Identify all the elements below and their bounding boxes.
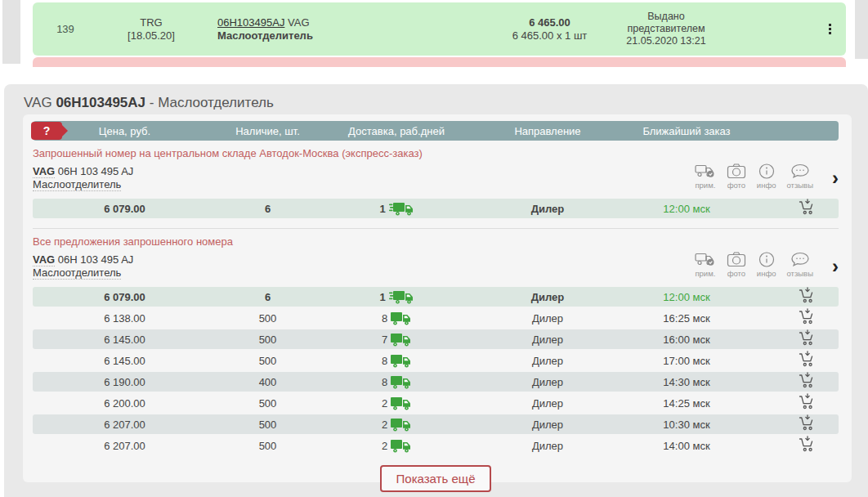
photo-icon[interactable]: фото [727, 251, 746, 278]
offer-row: 6 190.00 400 8 [33, 372, 839, 392]
info-icon[interactable]: инфо [757, 251, 776, 278]
price-cell: 6 190.00 [33, 376, 217, 388]
truck-icon [391, 418, 411, 432]
section-rows: 6 079.00 6 1 [33, 287, 839, 455]
truck-icon [391, 333, 411, 347]
truck-icon [391, 375, 411, 389]
express-truck-icon [389, 202, 414, 216]
delivery-cell: 8 [319, 375, 474, 389]
delivery-days: 2 [382, 397, 387, 410]
order-row: 139 TRG [18.05.20] 06H103495AJ VAG Масло… [33, 2, 846, 56]
add-to-cart-button[interactable] [799, 287, 816, 304]
order-row-number: 139 [33, 23, 98, 35]
info-icon[interactable]: инфо [757, 163, 776, 190]
tool-label: фото [727, 269, 745, 278]
direction-cell: Дилер [474, 397, 621, 410]
add-to-cart-button[interactable] [799, 329, 816, 347]
order-time-cell: 14:00 мск [621, 440, 752, 452]
column-header-delivery: Доставка, раб.дней [319, 125, 474, 137]
offer-row: 6 138.00 500 8 [33, 308, 839, 328]
express-truck-icon [389, 290, 414, 304]
tool-label: инфо [757, 181, 776, 190]
part-brand: VAG [33, 253, 55, 266]
add-to-cart-button[interactable] [799, 308, 816, 325]
cart-icon [799, 287, 816, 304]
delivery-cell: 8 [319, 354, 474, 368]
order-time-cell: 10:30 мск [621, 419, 752, 431]
stock-cell: 500 [217, 397, 319, 410]
title-part-number: 06H103495AJ [56, 95, 145, 110]
stock-cell: 500 [217, 334, 319, 346]
offer-row: 6 079.00 6 1 [33, 287, 839, 307]
direction-cell: Дилер [474, 419, 621, 431]
stock-cell: 500 [217, 312, 319, 325]
notes-icon[interactable]: прим. [695, 163, 716, 190]
tool-label: инфо [757, 269, 776, 278]
add-to-cart-button[interactable] [799, 393, 816, 410]
direction-cell: Дилер [474, 440, 621, 452]
expand-chevron-icon[interactable]: › [832, 163, 839, 194]
show-more-button[interactable]: Показать ещё [380, 465, 492, 492]
title-part-name: Маслоотделитель [158, 95, 274, 110]
order-time-cell: 14:30 мск [621, 376, 752, 388]
price-cell: 6 145.00 [33, 334, 217, 346]
stock-cell: 6 [217, 291, 319, 303]
kebab-menu-icon[interactable] [813, 24, 846, 34]
delivery-cell: 2 [319, 418, 474, 432]
cart-icon [799, 372, 816, 389]
delivery-cell: 2 [319, 439, 474, 453]
section-part-row: VAG 06H 103 495 AJ Маслоотделитель прим. [33, 251, 839, 282]
add-to-cart-button[interactable] [799, 372, 816, 389]
cart-icon [799, 436, 816, 453]
price-cell: 6 079.00 [33, 291, 217, 303]
direction-cell: Дилер [474, 312, 621, 325]
part-brand: VAG [288, 16, 310, 29]
stock-cell: 500 [217, 355, 319, 367]
offers-widget: VAG 06H103495AJ - Маслоотделитель ? Цена… [4, 84, 868, 497]
order-time-cell: 16:00 мск [621, 334, 752, 346]
section-rows: 6 079.00 6 1 [33, 199, 839, 218]
order-status-datetime: 21.05.2020 13:21 [609, 35, 723, 47]
delivery-cell: 2 [319, 396, 474, 410]
delivery-days: 8 [382, 376, 387, 388]
direction-cell: Дилер [474, 355, 621, 367]
part-number: 06H 103 495 AJ [58, 253, 134, 266]
offer-row: 6 145.00 500 7 [33, 329, 839, 349]
price-cell: 6 200.00 [33, 397, 217, 410]
expand-chevron-icon[interactable]: › [832, 251, 839, 282]
offers-panel: ? Цена, руб. Наличие, шт. Доставка, раб.… [23, 114, 852, 482]
scrollbar[interactable] [855, 0, 868, 59]
stock-cell: 400 [217, 376, 319, 388]
offer-row: 6 207.00 500 2 [33, 414, 839, 434]
notes-icon[interactable]: прим. [695, 251, 716, 278]
part-name: Маслоотделитель [217, 29, 490, 43]
section-part-info: VAG 06H 103 495 AJ Маслоотделитель [33, 253, 133, 280]
title-brand: VAG [24, 95, 52, 110]
price-cell: 6 079.00 [33, 203, 217, 215]
reviews-icon[interactable]: отзывы [787, 251, 814, 278]
offer-section: Все предложения запрошенного номера VAG … [33, 228, 839, 455]
order-status-cell: Выдано представителем 21.05.2020 13:21 [609, 11, 723, 47]
help-badge[interactable]: ? [31, 122, 62, 140]
truck-icon [391, 439, 411, 453]
part-number-link[interactable]: 06H103495AJ [217, 16, 284, 29]
order-time-cell: 12:00 мск [621, 203, 752, 215]
offer-section: Запрошенный номер на центральном складе … [33, 147, 839, 218]
tool-label: прим. [695, 181, 715, 190]
reviews-icon[interactable]: отзывы [787, 163, 814, 190]
add-to-cart-button[interactable] [799, 199, 816, 216]
delivery-days: 8 [382, 355, 387, 367]
direction-cell: Дилер [474, 376, 621, 388]
order-amount-cell: 6 465.00 6 465.00 x 1 шт [490, 16, 609, 43]
photo-icon[interactable]: фото [727, 163, 746, 190]
direction-cell: Дилер [474, 334, 621, 346]
add-to-cart-button[interactable] [799, 414, 816, 432]
price-cell: 6 138.00 [33, 312, 217, 325]
cart-icon [799, 329, 816, 347]
add-to-cart-button[interactable] [799, 436, 816, 453]
order-time-cell: 17:00 мск [621, 355, 752, 367]
add-to-cart-button[interactable] [799, 351, 816, 368]
delivery-days: 1 [379, 203, 385, 215]
offer-sections: Запрошенный номер на центральном складе … [33, 147, 839, 455]
cart-icon [799, 199, 816, 216]
